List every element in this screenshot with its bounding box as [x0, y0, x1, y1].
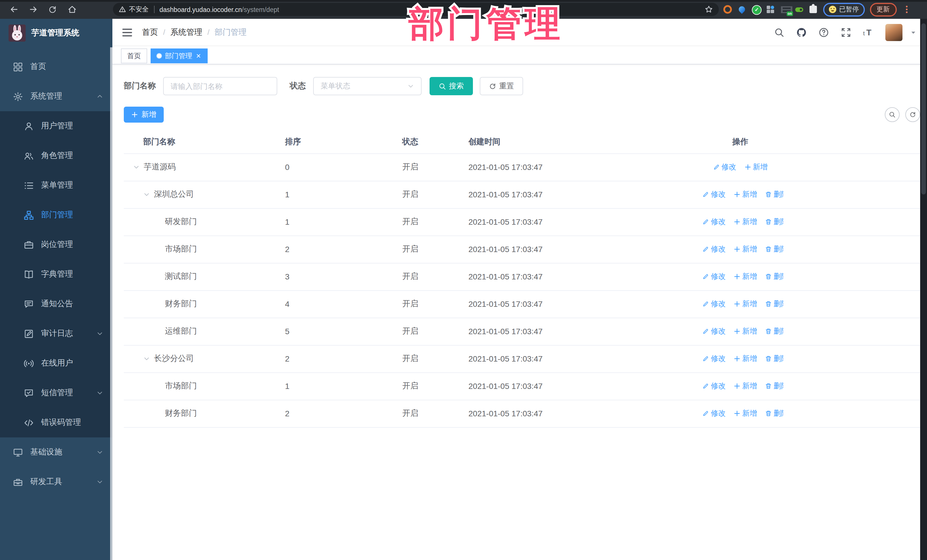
delete-action-link[interactable]: 删除 [765, 381, 783, 391]
font-size-icon[interactable]: tT [863, 27, 873, 37]
edit-action-link[interactable]: 修改 [702, 354, 726, 364]
breadcrumb-home[interactable]: 首页 [142, 27, 158, 37]
toggle-search-button[interactable] [885, 107, 900, 122]
delete-action-link[interactable]: 删除 [765, 326, 783, 337]
table-row[interactable]: 研发部门1开启2021-01-05 17:03:47修改新增删除 [124, 208, 921, 235]
extension-green-check-icon[interactable]: ✓ [752, 5, 761, 14]
address-bar[interactable]: 不安全 dashboard.yudao.iocoder.cn/system/de… [113, 3, 719, 16]
table-row[interactable]: 市场部门2开启2021-01-05 17:03:47修改新增删除 [124, 235, 921, 263]
expand-caret-icon[interactable] [143, 355, 150, 362]
edit-action-link[interactable]: 修改 [702, 189, 726, 200]
table-row[interactable]: 深圳总公司1开启2021-01-05 17:03:47修改新增删除 [124, 181, 921, 208]
delete-action-link[interactable]: 删除 [765, 299, 783, 309]
delete-action-link[interactable]: 删除 [765, 408, 783, 419]
add-action-link[interactable]: 新增 [734, 408, 757, 419]
tab-close-icon[interactable] [196, 53, 201, 59]
expand-caret-icon[interactable] [133, 164, 140, 170]
security-warning-icon[interactable] [119, 6, 126, 13]
delete-action-link[interactable]: 删除 [765, 189, 783, 200]
browser-forward-button[interactable] [27, 4, 39, 15]
edit-action-link[interactable]: 修改 [702, 299, 726, 309]
sidebar-fold-icon[interactable] [122, 27, 133, 38]
user-avatar[interactable] [885, 24, 903, 41]
add-action-link[interactable]: 新增 [734, 381, 757, 391]
edit-action-link[interactable]: 修改 [702, 326, 726, 337]
sidebar-item-研发工具[interactable]: 研发工具 [0, 467, 112, 497]
delete-action-link[interactable]: 删除 [765, 272, 783, 282]
add-action-link[interactable]: 新增 [734, 217, 757, 227]
refresh-table-button[interactable] [905, 107, 920, 122]
add-button[interactable]: 新增 [124, 107, 164, 123]
edit-action-link[interactable]: 修改 [702, 381, 726, 391]
sidebar-item-错误码管理[interactable]: 错误码管理 [0, 408, 112, 437]
fullscreen-icon[interactable] [841, 27, 851, 37]
add-action-link[interactable]: 新增 [734, 272, 757, 282]
sidebar-item-用户管理[interactable]: 用户管理 [0, 111, 112, 141]
delete-action-link[interactable]: 删除 [765, 244, 783, 254]
bookmark-star-icon[interactable] [705, 5, 713, 14]
avatar-caret-down-icon[interactable] [910, 29, 917, 36]
sidebar-item-菜单管理[interactable]: 菜单管理 [0, 170, 112, 200]
edit-action-link[interactable]: 修改 [713, 162, 736, 172]
sidebar-item-字典管理[interactable]: 字典管理 [0, 260, 112, 289]
delete-action-link[interactable]: 删除 [765, 354, 783, 364]
browser-reload-button[interactable] [47, 4, 58, 15]
security-label[interactable]: 不安全 [129, 5, 149, 14]
page-scrollbar[interactable] [920, 19, 927, 560]
breadcrumb-system[interactable]: 系统管理 [170, 27, 202, 37]
edit-action-link[interactable]: 修改 [702, 217, 726, 227]
add-action-link[interactable]: 新增 [734, 354, 757, 364]
browser-back-button[interactable] [8, 4, 20, 15]
edit-action-link[interactable]: 修改 [702, 272, 726, 282]
extension-blue-drop-icon[interactable] [738, 5, 747, 14]
header-search-icon[interactable] [774, 27, 784, 37]
sidebar-item-角色管理[interactable]: 角色管理 [0, 141, 112, 170]
edit-action-link[interactable]: 修改 [702, 244, 726, 254]
help-icon[interactable] [819, 27, 829, 37]
profile-paused-chip[interactable]: 已暂停 [823, 3, 865, 16]
browser-home-button[interactable] [66, 4, 78, 15]
delete-action-link[interactable]: 删除 [765, 217, 783, 227]
table-row[interactable]: 长沙分公司2开启2021-01-05 17:03:47修改新增删除 [124, 345, 921, 372]
add-action-link[interactable]: 新增 [734, 244, 757, 254]
table-row[interactable]: 财务部门4开启2021-01-05 17:03:47修改新增删除 [124, 290, 921, 318]
table-row[interactable]: 财务部门2开启2021-01-05 17:03:47修改新增删除 [124, 400, 921, 427]
app-logo[interactable]: 芋道管理系统 [0, 19, 112, 47]
sidebar-item-在线用户[interactable]: 在线用户 [0, 348, 112, 378]
tab-dept-management[interactable]: 部门管理 [150, 49, 208, 63]
sidebar-item-首页[interactable]: 首页 [0, 52, 112, 82]
edit-action-link[interactable]: 修改 [702, 408, 726, 419]
page-url[interactable]: dashboard.yudao.iocoder.cn/system/dept [160, 6, 705, 13]
sidebar-item-系统管理[interactable]: 系统管理 [0, 82, 112, 111]
browser-menu-kebab-icon[interactable] [906, 6, 907, 13]
reset-button[interactable]: 重置 [480, 77, 523, 95]
extension-key-icon[interactable] [795, 5, 804, 14]
extension-on-badge-icon[interactable]: on [780, 5, 790, 14]
sidebar-item-基础设施[interactable]: 基础设施 [0, 437, 112, 467]
sidebar-item-短信管理[interactable]: 短信管理 [0, 378, 112, 408]
sidebar-scrollbar[interactable] [110, 47, 112, 560]
table-row[interactable]: 测试部门3开启2021-01-05 17:03:47修改新增删除 [124, 263, 921, 290]
add-action-link[interactable]: 新增 [744, 162, 767, 172]
expand-caret-icon[interactable] [143, 191, 150, 198]
sidebar-item-通知公告[interactable]: 通知公告 [0, 289, 112, 319]
search-button[interactable]: 搜索 [430, 77, 473, 95]
add-action-link[interactable]: 新增 [734, 299, 757, 309]
sidebar-item-审计日志[interactable]: 审计日志 [0, 319, 112, 348]
github-icon[interactable] [796, 27, 807, 37]
dept-name-input[interactable] [163, 77, 277, 95]
extensions-puzzle-icon[interactable] [809, 5, 818, 14]
tab-home[interactable]: 首页 [121, 49, 147, 63]
extension-orange-ring-icon[interactable] [723, 5, 732, 14]
scrollbar-thumb[interactable] [921, 23, 926, 194]
add-action-link[interactable]: 新增 [734, 326, 757, 337]
status-select[interactable]: 菜单状态 [313, 77, 422, 95]
sidebar-item-部门管理[interactable]: 部门管理 [0, 200, 112, 230]
table-row[interactable]: 市场部门1开启2021-01-05 17:03:47修改新增删除 [124, 372, 921, 400]
table-row[interactable]: 芋道源码0开启2021-01-05 17:03:47修改新增 [124, 153, 921, 181]
browser-update-button[interactable]: 更新 [870, 3, 897, 16]
sidebar-item-岗位管理[interactable]: 岗位管理 [0, 230, 112, 260]
table-row[interactable]: 运维部门5开启2021-01-05 17:03:47修改新增删除 [124, 318, 921, 345]
add-action-link[interactable]: 新增 [734, 189, 757, 200]
extension-grid-icon[interactable] [766, 5, 775, 14]
